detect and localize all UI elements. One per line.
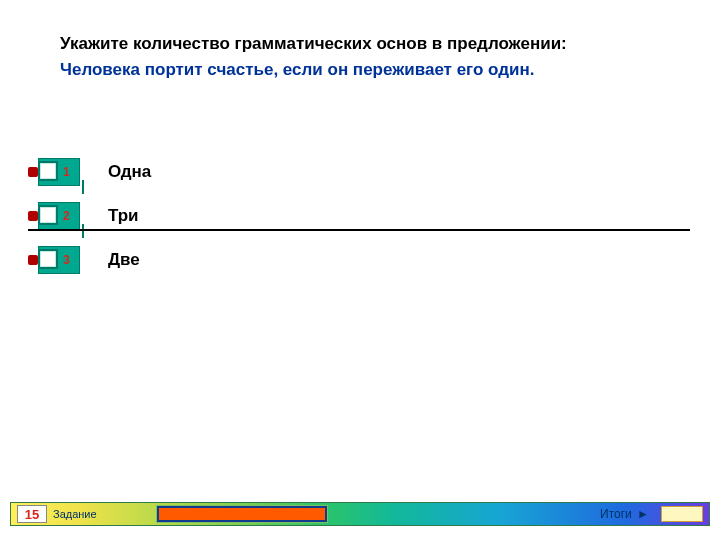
answers-list: 1 Одна 2 Три 3 Две xyxy=(28,150,151,282)
answer-number: 3 xyxy=(63,253,70,267)
arrow-right-icon: ► xyxy=(637,507,649,521)
ticker-insert-icon xyxy=(28,211,38,221)
answer-label: Две xyxy=(108,250,140,270)
question-prompt: Укажите количество грамматических основ … xyxy=(60,32,670,56)
checkbox-icon xyxy=(38,205,58,225)
answer-row: 3 Две xyxy=(28,238,151,282)
answer-ticker-2[interactable]: 2 xyxy=(28,201,80,231)
answer-ticker-1[interactable]: 1 xyxy=(28,157,80,187)
answer-row: 2 Три xyxy=(28,194,151,238)
answer-label: Три xyxy=(108,206,139,226)
connector-line xyxy=(82,224,84,238)
totals-value-box xyxy=(661,506,703,522)
ticker-insert-icon xyxy=(28,167,38,177)
answer-label: Одна xyxy=(108,162,151,182)
answer-number: 1 xyxy=(63,165,70,179)
ticker-insert-icon xyxy=(28,255,38,265)
task-number-box: 15 xyxy=(17,505,47,523)
question-block: Укажите количество грамматических основ … xyxy=(60,32,670,82)
connector-line xyxy=(82,180,84,194)
checkbox-icon xyxy=(38,249,58,269)
totals-label-text: Итоги xyxy=(600,507,632,521)
totals-button[interactable]: Итоги ► xyxy=(600,507,649,521)
progress-bar xyxy=(157,506,327,522)
answer-ticker-3[interactable]: 3 xyxy=(28,245,80,275)
footer-bar: 15 Задание Итоги ► xyxy=(10,502,710,526)
question-sentence: Человека портит счастье, если он пережив… xyxy=(60,58,670,82)
answer-row: 1 Одна xyxy=(28,150,151,194)
checkbox-icon xyxy=(38,161,58,181)
divider-line xyxy=(28,229,690,231)
task-label: Задание xyxy=(53,508,97,520)
answer-number: 2 xyxy=(63,209,70,223)
